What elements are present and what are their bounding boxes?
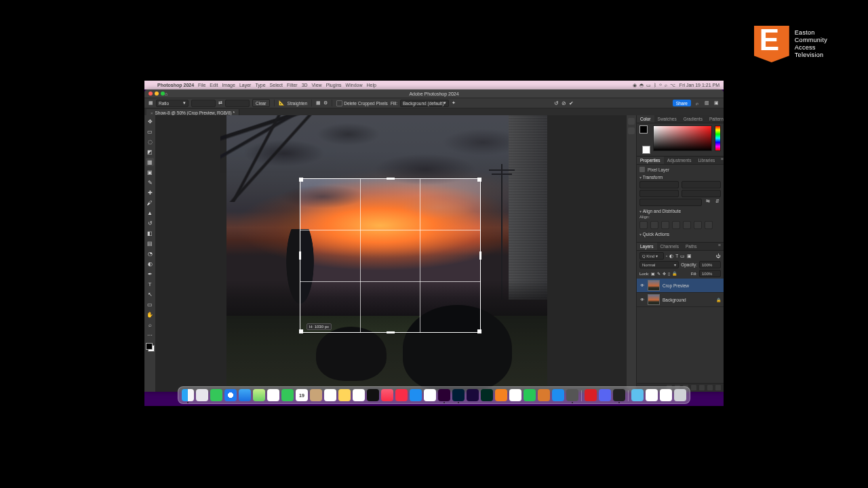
document[interactable]: H: 1030 px [226,115,547,386]
share-button[interactable]: Share [673,100,691,106]
history-brush-tool-icon[interactable]: ↺ [146,219,154,227]
layer-name[interactable]: Background [663,298,686,302]
flip-v-icon[interactable]: ⇵ [714,199,721,206]
dock-appstore-icon[interactable] [552,389,564,401]
dock-notes-icon[interactable] [338,389,351,401]
dock-maps-icon[interactable] [253,389,265,401]
dock-recent-doc-icon[interactable] [646,389,658,401]
dock-mail-icon[interactable] [239,389,251,401]
dock-numbers-icon[interactable] [524,389,536,401]
layer-filter-dropdown[interactable]: Q Kind ▾ [639,252,664,260]
dock-tv-icon[interactable] [367,389,379,401]
zoom-tool-icon[interactable]: ⌕ [146,321,154,329]
layer-thumbnail[interactable] [648,294,660,305]
straighten-label[interactable]: Straighten [288,101,308,106]
layer-name[interactable]: Crop Preview [663,283,689,288]
crop-handle-t[interactable] [387,178,395,180]
dock-calendar-icon[interactable]: 19 [296,389,308,401]
menu-edit[interactable]: Edit [210,83,218,87]
dock-mediaencoder-icon[interactable] [467,389,479,401]
align-bottom-icon[interactable] [694,221,702,229]
tab-layers[interactable]: Layers [637,243,657,250]
tab-adjustments[interactable]: Adjustments [664,157,695,164]
menu-image[interactable]: Image [222,83,235,87]
layer-visibility-icon[interactable]: 👁 [639,283,645,288]
dock-trash-icon[interactable] [674,389,686,401]
canvas-area[interactable]: H: 1030 px [156,115,626,392]
dock-messages-icon[interactable] [210,389,222,401]
layer-item-background[interactable]: 👁 Background 🔒 [637,293,724,307]
menu-select[interactable]: Select [270,83,283,87]
filter-toggle-icon[interactable]: ⏻ [716,253,721,258]
pen-tool-icon[interactable]: ✒ [146,270,154,278]
filter-adjust-icon[interactable]: ◐ [669,253,673,259]
menu-3d[interactable]: 3D [302,83,308,87]
dock-freeform-icon[interactable] [353,389,365,401]
clear-ratio-button[interactable]: Clear [252,99,270,107]
workspace-switcher-icon[interactable]: ▥ [703,100,710,106]
filter-smart-icon[interactable]: ▣ [687,253,692,259]
edit-toolbar-icon[interactable]: ⋯ [146,331,154,339]
window-traffic-lights[interactable] [149,92,165,96]
menu-type[interactable]: Type [255,83,265,87]
ratio-preset-dropdown[interactable]: Ratio▾ [156,100,189,107]
transform-w-field[interactable] [639,181,679,188]
transform-angle-field[interactable] [639,199,702,206]
status-cc-icon[interactable]: ◓ [639,83,644,88]
brush-tool-icon[interactable]: 🖌 [146,199,154,207]
swap-dimensions-icon[interactable]: ⇄ [218,100,222,106]
cancel-crop-icon[interactable]: ⊘ [561,100,566,106]
dock-news-icon[interactable] [395,389,408,401]
tab-gradients[interactable]: Gradients [680,115,706,123]
fill-dropdown[interactable]: Background (default)▾ [400,100,449,107]
status-display-icon[interactable]: ▭ [646,83,651,88]
menu-help[interactable]: Help [367,83,376,87]
transform-y-field[interactable] [682,190,721,197]
layer-visibility-icon[interactable]: 👁 [639,297,645,302]
type-tool-icon[interactable]: T [146,280,154,288]
status-wifi-icon[interactable]: ⌔ [659,83,662,87]
dock-contacts-icon[interactable] [310,389,322,401]
dock-creativecloud-icon[interactable] [585,389,597,401]
menubar-clock[interactable]: Fri Jan 19 1:21 PM [679,83,719,87]
marquee-tool-icon[interactable]: ▭ [146,127,154,136]
layer-lock-icon[interactable]: 🔒 [716,298,721,302]
reset-crop-icon[interactable]: ↺ [554,100,559,106]
align-left-icon[interactable] [639,221,648,229]
transform-h-field[interactable] [639,190,679,197]
healing-tool-icon[interactable]: ✚ [146,188,154,197]
arrange-panels-icon[interactable]: ▣ [713,100,719,106]
lock-pixels-icon[interactable]: ✎ [657,271,660,276]
straighten-icon[interactable]: 📐 [279,100,285,106]
color-fgbg-swatch[interactable] [639,125,650,154]
dock-finder-icon[interactable] [182,389,194,401]
align-hcenter-icon[interactable] [650,221,658,229]
fill-field[interactable]: 100% [699,270,721,277]
flip-h-icon[interactable]: ⇋ [705,199,711,206]
collapsed-panel-icon[interactable] [628,127,635,134]
lock-position-icon[interactable]: ✥ [663,271,666,276]
dock-premiere-icon[interactable] [438,389,450,401]
eyedropper-tool-icon[interactable]: ✎ [146,178,154,186]
section-quick-actions[interactable]: Quick Actions [639,232,721,237]
home-icon[interactable]: ⌂ [165,92,167,96]
dock-photos-icon[interactable] [267,389,279,401]
tab-swatches[interactable]: Swatches [654,115,680,123]
align-right-icon[interactable] [661,221,669,229]
dock-vlc-icon[interactable] [495,389,507,401]
menubar-app-name[interactable]: Photoshop 2024 [157,83,194,87]
collapsed-panel-icon[interactable] [628,118,635,125]
layer-thumbnail[interactable] [648,280,660,291]
menu-window[interactable]: Window [346,83,363,87]
filter-pixel-icon[interactable]: ▫ [666,253,667,258]
dock-drive-icon[interactable] [509,389,521,401]
frame-tool-icon[interactable]: ▣ [146,168,154,176]
window-minimize-icon[interactable] [155,92,159,96]
layer-item-crop-preview[interactable]: 👁 Crop Preview [637,279,724,293]
window-close-icon[interactable] [149,92,153,96]
delete-cropped-checkbox[interactable]: Delete Cropped Pixels [336,100,388,106]
panel-menu-icon[interactable]: ≡ [715,243,724,250]
align-more-icon[interactable] [705,221,713,229]
shape-tool-icon[interactable]: ▭ [146,300,154,308]
path-select-tool-icon[interactable]: ↖ [146,290,154,298]
